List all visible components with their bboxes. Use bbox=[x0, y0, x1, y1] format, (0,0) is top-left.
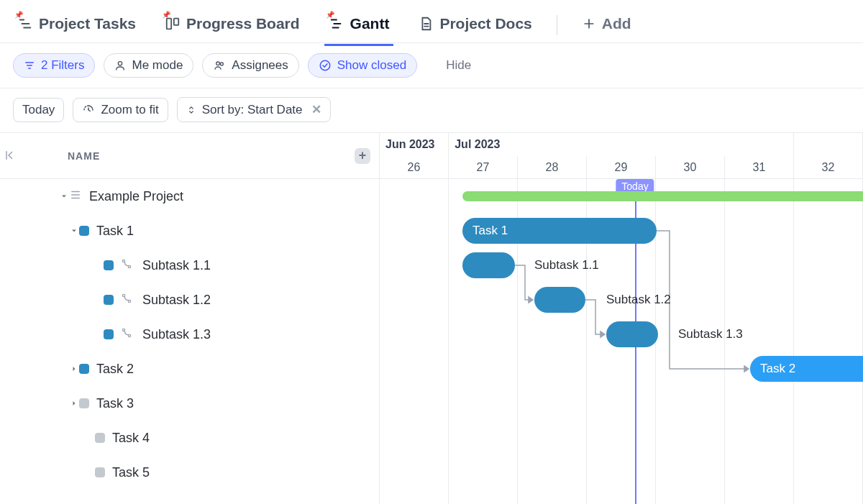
gantt-bar[interactable]: Task 1 bbox=[462, 218, 657, 244]
status-chip[interactable] bbox=[104, 329, 114, 339]
person-icon bbox=[114, 60, 126, 71]
check-circle-icon bbox=[319, 59, 332, 72]
svg-point-17 bbox=[221, 63, 224, 65]
status-chip[interactable] bbox=[79, 226, 89, 236]
month-label: Jun 2023 bbox=[380, 133, 449, 156]
week-label: 32 bbox=[794, 156, 863, 179]
expand-icon[interactable] bbox=[69, 226, 79, 235]
gantt-view: NAME Example ProjectTask 1Subtask 1.1Sub… bbox=[0, 132, 863, 504]
task-tree-panel: NAME Example ProjectTask 1Subtask 1.1Sub… bbox=[0, 133, 380, 504]
gantt-bar[interactable] bbox=[462, 252, 515, 278]
week-row: 26272829303132 bbox=[380, 156, 863, 179]
svg-point-16 bbox=[216, 62, 220, 65]
gantt-bar[interactable] bbox=[462, 191, 863, 201]
gantt-bar[interactable] bbox=[606, 321, 658, 347]
task-row[interactable]: Task 5 bbox=[0, 455, 379, 490]
tab-label: Gantt bbox=[350, 15, 390, 32]
tab-project-docs[interactable]: Project Docs bbox=[414, 5, 536, 45]
task-label: Task 1 bbox=[96, 224, 134, 239]
gantt-bar[interactable]: Task 2 bbox=[750, 356, 863, 382]
me-mode-chip[interactable]: Me mode bbox=[104, 53, 193, 78]
list-icon bbox=[69, 188, 82, 205]
divider bbox=[557, 15, 557, 35]
timeline-header: Jun 2023Jul 2023 26272829303132 bbox=[380, 133, 863, 179]
sort-icon bbox=[186, 104, 196, 116]
bar-label: Subtask 1.1 bbox=[534, 258, 599, 272]
filters-chip[interactable]: 2 Filters bbox=[13, 53, 95, 78]
week-label: 31 bbox=[725, 156, 794, 179]
hide-button[interactable]: Hide bbox=[446, 58, 471, 73]
task-row[interactable]: Task 1 bbox=[0, 214, 379, 248]
task-row[interactable]: Task 2 bbox=[0, 352, 379, 386]
assignees-chip[interactable]: Assignees bbox=[202, 53, 298, 78]
zoom-label: Zoom to fit bbox=[101, 103, 158, 117]
svg-rect-3 bbox=[167, 18, 171, 29]
pin-icon: 📌 bbox=[162, 11, 170, 19]
today-button[interactable]: Today bbox=[13, 98, 64, 122]
task-row[interactable]: Subtask 1.2 bbox=[0, 283, 379, 317]
subtask-icon bbox=[121, 293, 132, 308]
week-label: 26 bbox=[380, 156, 449, 179]
subtask-icon bbox=[121, 327, 132, 342]
pin-icon: 📌 bbox=[326, 11, 334, 19]
task-row[interactable]: Task 4 bbox=[0, 421, 379, 455]
task-label: Task 4 bbox=[112, 431, 150, 446]
timeline-panel[interactable]: Jun 2023Jul 2023 26272829303132 Today Ta… bbox=[380, 133, 863, 504]
bar-label: Subtask 1.2 bbox=[606, 293, 671, 307]
bars-layer: Task 1Subtask 1.1Subtask 1.2Subtask 1.3T… bbox=[380, 179, 863, 504]
expand-icon[interactable] bbox=[59, 192, 69, 201]
tab-label: Progress Board bbox=[186, 15, 300, 32]
expand-icon[interactable] bbox=[69, 399, 79, 408]
task-row[interactable]: Example Project bbox=[0, 179, 379, 214]
sort-by-button[interactable]: Sort by: Start Date ✕ bbox=[177, 97, 331, 122]
people-icon bbox=[213, 60, 226, 71]
gantt-toolbar: Today Zoom to fit Sort by: Start Date ✕ bbox=[0, 88, 863, 132]
pin-icon: 📌 bbox=[14, 11, 23, 19]
task-label: Task 5 bbox=[112, 465, 150, 480]
plus-icon bbox=[582, 17, 596, 31]
today-label: Today bbox=[22, 103, 55, 117]
zoom-icon bbox=[82, 104, 95, 116]
task-label: Subtask 1.1 bbox=[142, 258, 211, 273]
sort-label: Sort by: Start Date bbox=[202, 103, 303, 117]
timeline-body[interactable]: Today Task 1Subtask 1.1Subtask 1.2Subtas… bbox=[380, 179, 863, 504]
status-chip[interactable] bbox=[104, 295, 114, 305]
task-label: Subtask 1.2 bbox=[142, 293, 211, 308]
week-label: 27 bbox=[449, 156, 518, 179]
show-closed-chip[interactable]: Show closed bbox=[308, 53, 417, 78]
task-label: Subtask 1.3 bbox=[142, 327, 211, 342]
task-label: Task 3 bbox=[96, 396, 134, 411]
svg-point-18 bbox=[320, 60, 330, 70]
svg-line-20 bbox=[88, 110, 90, 111]
add-column-button[interactable] bbox=[355, 148, 370, 164]
show-closed-label: Show closed bbox=[337, 58, 406, 73]
status-chip[interactable] bbox=[95, 433, 105, 443]
task-row[interactable]: Subtask 1.1 bbox=[0, 248, 379, 283]
tab-progress-board[interactable]: 📌 Progress Board bbox=[160, 5, 304, 45]
doc-icon bbox=[418, 16, 434, 32]
expand-icon[interactable] bbox=[69, 365, 79, 373]
tab-project-tasks[interactable]: 📌 Project Tasks bbox=[13, 5, 140, 45]
clear-sort-icon[interactable]: ✕ bbox=[311, 102, 321, 117]
status-chip[interactable] bbox=[95, 467, 105, 477]
gantt-bar[interactable] bbox=[534, 287, 585, 313]
add-view-label: Add bbox=[602, 15, 631, 32]
month-label: Jul 2023 bbox=[449, 133, 794, 156]
status-chip[interactable] bbox=[104, 260, 114, 270]
assignees-label: Assignees bbox=[232, 58, 288, 73]
month-label bbox=[794, 133, 863, 156]
view-tabs: 📌 Project Tasks 📌 Progress Board 📌 Gantt… bbox=[0, 0, 863, 43]
month-row: Jun 2023Jul 2023 bbox=[380, 133, 863, 156]
tree-header: NAME bbox=[0, 133, 379, 179]
week-label: 28 bbox=[518, 156, 587, 179]
svg-point-15 bbox=[119, 62, 122, 65]
status-chip[interactable] bbox=[79, 398, 89, 408]
task-row[interactable]: Task 3 bbox=[0, 386, 379, 421]
tab-gantt[interactable]: 📌 Gantt bbox=[324, 5, 394, 45]
collapse-panel-icon[interactable] bbox=[4, 149, 17, 165]
add-view-button[interactable]: Add bbox=[577, 5, 636, 45]
zoom-to-fit-button[interactable]: Zoom to fit bbox=[73, 98, 168, 122]
status-chip[interactable] bbox=[79, 364, 89, 374]
bar-label: Subtask 1.3 bbox=[678, 327, 743, 342]
task-row[interactable]: Subtask 1.3 bbox=[0, 317, 379, 352]
